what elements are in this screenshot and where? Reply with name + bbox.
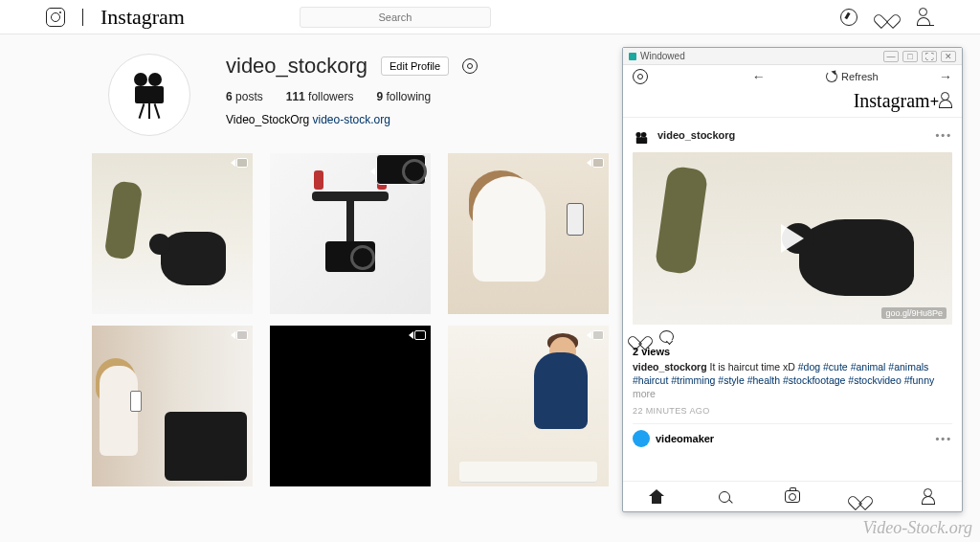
tab-profile[interactable] xyxy=(894,482,962,511)
logo-separator xyxy=(82,9,83,26)
feed-actions xyxy=(633,325,952,346)
panel-title: Windowed xyxy=(640,51,685,61)
tab-search[interactable] xyxy=(691,482,759,511)
view-count[interactable]: 2 views xyxy=(633,346,952,360)
profile-info: video_stockorg Edit Profile 6 posts 111 … xyxy=(226,54,478,136)
post-tile[interactable] xyxy=(448,153,609,314)
panel-brand[interactable]: Instagram xyxy=(854,90,930,112)
windowed-panel: Windowed — □ ⛶ ✕ ← Refresh → Instagram +… xyxy=(622,47,963,512)
minimize-button[interactable]: — xyxy=(883,51,899,62)
username: video_stockorg xyxy=(226,54,368,79)
tab-activity[interactable] xyxy=(826,482,894,511)
feed-post-header: video_stockorg ••• xyxy=(633,118,952,152)
video-icon xyxy=(231,330,248,340)
person-icon xyxy=(922,489,935,505)
maximize-button[interactable]: ⛶ xyxy=(922,51,937,62)
profile-stats: 6 posts 111 followers 9 following xyxy=(226,90,478,103)
avatar-wrapper xyxy=(92,54,207,136)
more-link[interactable]: more xyxy=(633,388,656,399)
feed-username[interactable]: video_stockorg xyxy=(657,129,735,141)
heart-icon xyxy=(853,490,868,504)
search-icon xyxy=(719,491,730,503)
brand-wordmark: Instagram xyxy=(100,5,185,30)
add-person-icon[interactable]: + xyxy=(930,93,952,110)
play-icon xyxy=(781,224,804,253)
back-icon[interactable]: ← xyxy=(752,69,766,84)
video-icon xyxy=(370,158,426,185)
camera-icon xyxy=(785,490,800,503)
logo-area[interactable]: Instagram xyxy=(46,5,185,30)
post-tile[interactable] xyxy=(270,153,431,314)
explore-icon[interactable] xyxy=(840,9,858,26)
caption-user[interactable]: video_stockorg xyxy=(633,361,707,373)
feed-media[interactable]: goo.gl/9Hu8Pe xyxy=(633,152,952,325)
post-tile[interactable] xyxy=(92,326,253,486)
top-nav: Instagram xyxy=(0,0,980,34)
feed-avatar-2[interactable] xyxy=(633,430,650,447)
page-watermark: Video-Stock.org xyxy=(863,518,972,538)
nav-actions xyxy=(840,9,934,26)
search-wrapper xyxy=(300,7,491,28)
media-watermark: goo.gl/9Hu8Pe xyxy=(881,307,947,319)
edit-profile-button[interactable]: Edit Profile xyxy=(381,56,449,76)
panel-header: Instagram + xyxy=(623,88,962,118)
feed-avatar[interactable] xyxy=(633,131,640,139)
close-button[interactable]: ✕ xyxy=(941,51,956,62)
caption: video_stockorg It is haircut time xD #do… xyxy=(633,360,952,401)
comment-icon[interactable] xyxy=(659,330,674,343)
post-menu-icon[interactable]: ••• xyxy=(935,433,952,444)
video-icon xyxy=(587,330,604,340)
profile-icon[interactable] xyxy=(917,9,934,26)
feed-post-header-2: videomaker ••• xyxy=(633,423,952,453)
posts-stat[interactable]: 6 posts xyxy=(226,90,263,103)
panel-toolbar: ← Refresh → xyxy=(623,65,962,88)
panel-titlebar[interactable]: Windowed — □ ⛶ ✕ xyxy=(623,48,962,65)
feed-scroll[interactable]: video_stockorg ••• goo.gl/9Hu8Pe 2 views… xyxy=(623,118,962,481)
panel-tabbar xyxy=(623,481,962,511)
post-time: 22 MINUTES AGO xyxy=(633,401,952,423)
panel-settings-icon[interactable] xyxy=(633,69,648,84)
caption-text: It is haircut time xD xyxy=(710,361,795,373)
display-name: Video_StockOrg xyxy=(226,113,309,126)
window-controls: — □ ⛶ ✕ xyxy=(883,51,956,62)
search-input[interactable] xyxy=(300,7,491,28)
video-icon xyxy=(409,330,426,340)
camera-icon xyxy=(125,71,173,119)
activity-icon[interactable] xyxy=(879,9,896,26)
post-tile[interactable] xyxy=(448,326,609,486)
like-icon[interactable] xyxy=(633,330,648,344)
profile-title-row: video_stockorg Edit Profile xyxy=(226,54,478,79)
instagram-icon xyxy=(46,8,65,27)
settings-icon[interactable] xyxy=(462,58,478,74)
video-icon xyxy=(231,158,248,168)
tab-home[interactable] xyxy=(623,482,691,511)
restore-button[interactable]: □ xyxy=(902,51,918,62)
video-icon xyxy=(587,158,604,168)
home-icon xyxy=(649,490,664,504)
profile-bio: Video_StockOrg video-stock.org xyxy=(226,113,478,126)
website-link[interactable]: video-stock.org xyxy=(313,113,390,126)
following-stat[interactable]: 9 following xyxy=(376,90,431,103)
post-menu-icon[interactable]: ••• xyxy=(935,129,952,141)
tab-camera[interactable] xyxy=(759,482,827,511)
profile-avatar[interactable] xyxy=(108,54,190,136)
post-tile[interactable] xyxy=(270,326,431,486)
feed-username-2[interactable]: videomaker xyxy=(656,433,714,444)
refresh-icon xyxy=(826,71,837,82)
forward-icon[interactable]: → xyxy=(939,69,952,84)
post-tile[interactable] xyxy=(92,153,253,314)
followers-stat[interactable]: 111 followers xyxy=(286,90,354,103)
app-icon xyxy=(629,53,636,60)
refresh-button[interactable]: Refresh xyxy=(766,71,939,82)
